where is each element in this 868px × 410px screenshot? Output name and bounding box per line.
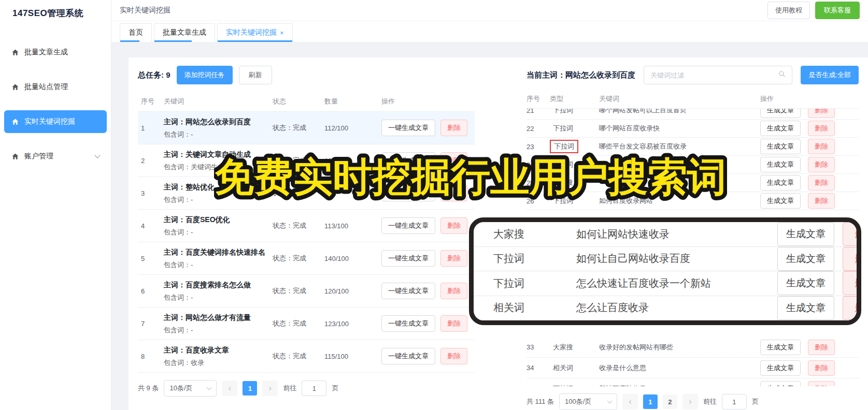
delete-button[interactable]: 删除 (808, 381, 835, 387)
generate-article-button[interactable]: 一键生成文章 (381, 217, 435, 234)
tutorial-button[interactable]: 使用教程 (767, 2, 810, 19)
row-keyword: 哪些平台发文容易被百度收录 (599, 142, 760, 151)
row-type: 下拉词 (550, 123, 576, 134)
page-size-select[interactable]: 100条/页 (559, 393, 617, 410)
generate-article-button[interactable]: 生成文章 (760, 193, 801, 209)
refresh-button[interactable]: 刷新 (239, 66, 272, 84)
generate-article-button[interactable]: 一键生成文章 (381, 120, 435, 136)
row-include-words: 包含词：- (164, 260, 273, 270)
page-size-select[interactable]: 10条/页 (164, 380, 217, 397)
delete-button[interactable]: 删除 (808, 109, 835, 118)
delete-button[interactable]: 删除 (843, 247, 861, 271)
magnified-inset: 大家搜 如何让网站快速收录 生成文章 删除 下拉词 如何让自己网站收录百度 生成… (469, 217, 861, 325)
delete-button[interactable]: 删除 (808, 121, 835, 136)
delete-button[interactable]: 删除 (808, 157, 835, 172)
page-number-button[interactable]: 2 (663, 394, 677, 409)
generate-article-button[interactable]: 生成文章 (760, 139, 801, 154)
row-type: 下拉词 (550, 159, 576, 170)
delete-button[interactable]: 删除 (843, 222, 861, 246)
generate-article-button[interactable]: 一键生成文章 (381, 315, 435, 332)
delete-button[interactable]: 删除 (440, 315, 467, 332)
row-keyword-cell: 主词：整站优化 包含词：- (164, 182, 273, 204)
delete-button[interactable]: 删除 (843, 296, 861, 320)
generate-article-button[interactable]: 生成文章 (760, 360, 801, 376)
row-type-cell: 下拉词 (550, 383, 599, 387)
delete-button[interactable]: 删除 (808, 340, 835, 355)
row-actions: 生成文章 删除 (760, 121, 859, 136)
generate-article-button[interactable]: 生成文章 (777, 271, 834, 295)
table-row: 34 相关词 收录是什么意思 生成文章 删除 (527, 358, 859, 378)
row-actions: 一键生成文章 删除 (381, 348, 475, 364)
row-keyword: 收录是什么意思 (599, 363, 760, 373)
table-row: 1 主词：网站怎么收录到百度 包含词：- 状态：完成 112/100 一键生成文… (138, 112, 475, 144)
delete-button[interactable]: 删除 (440, 348, 467, 364)
generate-article-button[interactable]: 生成文章 (777, 222, 834, 246)
tab[interactable]: 批量文章生成 (154, 23, 215, 42)
delete-button[interactable]: 删除 (440, 250, 467, 267)
delete-button[interactable]: 删除 (843, 271, 861, 295)
delete-button[interactable]: 删除 (808, 175, 835, 191)
row-count: 112/100 (324, 124, 381, 132)
chevron-down-icon (207, 385, 212, 390)
generate-article-button[interactable]: 生成文章 (760, 340, 801, 355)
delete-button[interactable]: 删除 (440, 283, 467, 299)
table-row: 25 大家搜 生成文章 删除 (527, 174, 859, 192)
tab-bar: 首页 批量文章生成 实时关键词挖掘 × (111, 21, 868, 42)
row-type-cell: 相关词 (550, 362, 599, 374)
generate-state-filter-button[interactable]: 是否生成:全部 (801, 66, 859, 84)
row-actions: 一键生成文章 删除 (381, 283, 475, 299)
row-status: 状态：完成 (273, 254, 324, 263)
generate-article-button[interactable]: 一键生成文章 (381, 152, 435, 169)
row-include-words: 包含词：- (164, 228, 273, 237)
delete-button[interactable]: 删除 (440, 217, 467, 234)
goto-page-input[interactable] (302, 380, 326, 396)
add-task-button[interactable]: 添加挖词任务 (177, 66, 233, 84)
generate-article-button[interactable]: 生成文章 (760, 121, 801, 136)
contact-support-button[interactable]: 联系客服 (815, 2, 860, 19)
generate-article-button[interactable]: 一键生成文章 (381, 250, 435, 267)
goto-page-input[interactable] (722, 394, 747, 409)
next-page-button[interactable]: › (262, 380, 278, 396)
generate-article-button[interactable]: 生成文章 (760, 109, 801, 118)
sidebar-item[interactable]: 实时关键词挖掘 (4, 110, 107, 133)
generate-article-button[interactable]: 生成文章 (760, 381, 801, 387)
page-number-button[interactable]: 1 (643, 394, 658, 409)
generate-article-button[interactable]: 生成文章 (760, 157, 801, 172)
tab-label: 实时关键词挖掘 (226, 28, 277, 37)
delete-button[interactable]: 删除 (440, 185, 467, 201)
delete-button[interactable]: 删除 (440, 152, 467, 169)
row-count: 113/100 (324, 222, 381, 230)
row-number: 5 (138, 255, 164, 262)
close-icon[interactable]: × (280, 30, 284, 36)
row-actions: 一键生成文章 删除 (381, 315, 475, 332)
page-unit-label: 页 (332, 384, 338, 393)
keywords-pagination: 共 111 条 100条/页 ‹ 1 2 › 前往 页 (527, 393, 859, 410)
row-actions: 一键生成文章 删除 (381, 250, 475, 267)
keywords-table-header: 序号 类型 关键词 操作 (527, 90, 859, 109)
tab[interactable]: 首页 (120, 23, 152, 42)
delete-button[interactable]: 删除 (440, 120, 467, 136)
generate-article-button[interactable]: 一键生成文章 (381, 283, 435, 299)
home-icon (11, 83, 19, 91)
generate-article-button[interactable]: 一键生成文章 (381, 185, 435, 201)
keyword-filter-input[interactable] (650, 71, 774, 79)
sidebar-item[interactable]: 批量站点管理 (4, 76, 107, 98)
delete-button[interactable]: 删除 (808, 360, 835, 376)
generate-article-button[interactable]: 一键生成文章 (381, 348, 435, 364)
sidebar-item[interactable]: 账户管理 (4, 145, 107, 168)
column-type: 类型 (550, 94, 599, 104)
row-count: 120/100 (324, 287, 381, 295)
prev-page-button[interactable]: ‹ (222, 380, 237, 396)
row-number: 21 (527, 109, 550, 114)
generate-article-button[interactable]: 生成文章 (760, 175, 801, 191)
generate-article-button[interactable]: 生成文章 (777, 247, 834, 271)
sidebar-item[interactable]: 批量文章生成 (4, 41, 107, 64)
next-page-button[interactable]: › (682, 394, 698, 409)
row-number: 8 (138, 353, 164, 360)
delete-button[interactable]: 删除 (808, 139, 835, 154)
generate-article-button[interactable]: 生成文章 (777, 296, 834, 320)
delete-button[interactable]: 删除 (808, 193, 835, 209)
tab[interactable]: 实时关键词挖掘 × (217, 23, 293, 42)
prev-page-button[interactable]: ‹ (622, 394, 638, 409)
page-number-button[interactable]: 1 (243, 381, 257, 396)
